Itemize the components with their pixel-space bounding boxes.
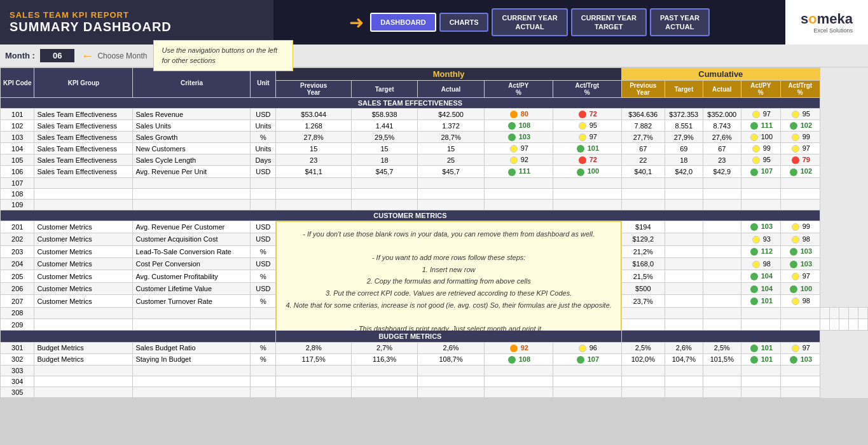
left-arrow-icon: ← [81, 48, 93, 63]
th-c-target: Target [665, 81, 703, 98]
th-m-actual: Actual [418, 81, 484, 98]
th-kpi-code: KPI Code [1, 68, 34, 98]
section-header: SALES TEAM EFFECTIVENESS [1, 98, 820, 109]
table-row: 102 Sales Team Effectiveness Sales Units… [1, 120, 868, 132]
table-row: 305 [1, 387, 868, 397]
th-c-prev-year: PreviousYear [621, 81, 665, 98]
table-row: 302 Budget Metrics Staying In Budget % 1… [1, 353, 868, 365]
someka-sub: Excel Solutions [813, 27, 853, 34]
note-box-cell: - If you don't use those blank rows in y… [276, 221, 621, 342]
th-c-actual: Actual [703, 81, 741, 98]
table-row: 105 Sales Team Effectiveness Sales Cycle… [1, 154, 868, 166]
table-row: 304 [1, 376, 868, 387]
header: SALES TEAM KPI REPORT SUMMARY DASHBOARD … [0, 0, 868, 44]
choose-month-label: Choose Month [97, 51, 147, 60]
month-label: Month : [5, 51, 35, 60]
current-year-actual-button[interactable]: CURRENT YEARACTUAL [492, 8, 567, 37]
table-row: 108 [1, 188, 868, 199]
dashboard-button[interactable]: DASHBOARD [370, 13, 436, 32]
table-container: KPI Code KPI Group Criteria Unit Monthly… [0, 67, 868, 398]
charts-button[interactable]: CHARTS [439, 13, 489, 32]
kpi-table: KPI Code KPI Group Criteria Unit Monthly… [0, 67, 868, 398]
month-value[interactable]: 06 [40, 49, 74, 62]
table-row: 106 Sales Team Effectiveness Avg. Revenu… [1, 166, 868, 177]
logo-block: someka Excel Solutions [785, 0, 868, 44]
main-wrapper: SALES TEAM KPI REPORT SUMMARY DASHBOARD … [0, 0, 868, 398]
nav-buttons: ➜ DASHBOARD CHARTS CURRENT YEARACTUAL CU… [273, 0, 785, 44]
table-row: 109 [1, 199, 868, 210]
month-row: Month : 06 ← Choose Month Use the naviga… [0, 44, 868, 67]
kpi-report-label: SALES TEAM KPI REPORT [10, 10, 264, 20]
th-m-prev-year: PreviousYear [276, 81, 351, 98]
summary-dashboard-label: SUMMARY DASHBOARD [10, 20, 264, 34]
th-unit: Unit [251, 68, 276, 98]
th-criteria: Criteria [133, 68, 251, 98]
table-row: 201 Customer Metrics Avg. Revenue Per Cu… [1, 221, 868, 233]
th-c-acpy: Act/PY% [741, 81, 780, 98]
section-header: CUSTOMER METRICS [1, 210, 820, 221]
someka-logo: someka Excel Solutions [801, 11, 853, 34]
someka-name: someka [801, 11, 853, 27]
tooltip-box: Use the navigation buttons on the left f… [153, 40, 293, 71]
table-row: 301 Budget Metrics Sales Budget Ratio % … [1, 342, 868, 353]
past-year-actual-button[interactable]: PAST YEARACTUAL [650, 8, 710, 37]
th-m-target: Target [351, 81, 417, 98]
table-row: 303 [1, 365, 868, 376]
table-row: 104 Sales Team Effectiveness New Custome… [1, 143, 868, 154]
current-year-target-button[interactable]: CURRENT YEARTARGET [571, 8, 647, 37]
nav-arrow: ➜ [349, 12, 364, 33]
th-monthly: Monthly [276, 68, 621, 81]
table-row: 103 Sales Team Effectiveness Sales Growt… [1, 132, 868, 143]
header-title-block: SALES TEAM KPI REPORT SUMMARY DASHBOARD [0, 0, 273, 44]
table-row: 107 [1, 177, 868, 188]
section-header: BUDGET METRICS [1, 331, 820, 342]
th-c-actrgt: Act/Trgt% [780, 81, 820, 98]
th-kpi-group: KPI Group [34, 68, 133, 98]
th-cumulative: Cumulative [621, 68, 820, 81]
table-row: 101 Sales Team Effectiveness Sales Reven… [1, 109, 868, 120]
th-m-actrgt: Act/Trgt% [553, 81, 621, 98]
th-m-acpy: Act/PY% [484, 81, 553, 98]
